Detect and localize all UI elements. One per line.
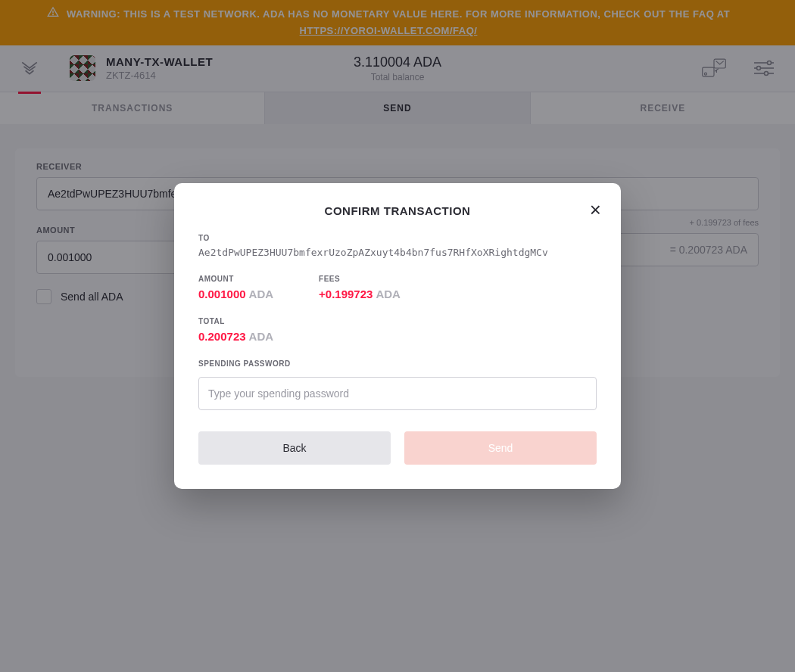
modal-total-value: 0.200723 bbox=[198, 330, 246, 343]
modal-fees-label: FEES bbox=[319, 275, 401, 283]
modal-amount-label: AMOUNT bbox=[198, 275, 273, 283]
modal-amount-value: 0.001000 bbox=[198, 288, 246, 300]
back-button[interactable]: Back bbox=[198, 431, 391, 465]
spending-password-label: SPENDING PASSWORD bbox=[198, 359, 597, 368]
send-button[interactable]: Send bbox=[404, 431, 597, 465]
modal-fees-unit: ADA bbox=[376, 288, 401, 300]
modal-fees-value: +0.199723 bbox=[319, 288, 373, 300]
modal-total-label: TOTAL bbox=[198, 317, 597, 325]
to-label: TO bbox=[198, 234, 597, 242]
confirm-transaction-modal: CONFIRM TRANSACTION × TO Ae2tdPwUPEZ3HUU… bbox=[174, 183, 621, 489]
to-address: Ae2tdPwUPEZ3HUU7bmfexrUzoZpAZxuyt4b4bn7f… bbox=[198, 247, 597, 258]
modal-total-unit: ADA bbox=[249, 330, 274, 343]
modal-amount-unit: ADA bbox=[249, 288, 274, 300]
spending-password-input[interactable] bbox=[198, 377, 597, 410]
close-icon[interactable]: × bbox=[590, 200, 601, 219]
modal-title: CONFIRM TRANSACTION bbox=[198, 204, 597, 217]
modal-overlay[interactable]: CONFIRM TRANSACTION × TO Ae2tdPwUPEZ3HUU… bbox=[0, 0, 795, 672]
